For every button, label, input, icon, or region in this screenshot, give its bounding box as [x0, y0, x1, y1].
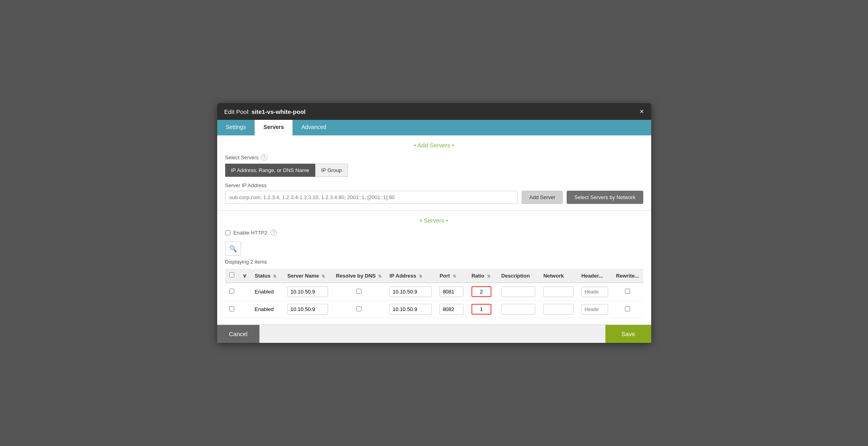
- ratio-input[interactable]: [471, 286, 491, 297]
- enable-http2-help-icon[interactable]: ?: [271, 229, 277, 236]
- th-expand: ∨: [239, 269, 251, 283]
- servers-section-title: • Servers •: [225, 217, 643, 224]
- row-description: [497, 301, 540, 318]
- th-rewrite: Rewrite...: [612, 269, 643, 283]
- row-network: [539, 283, 577, 301]
- cancel-button[interactable]: Cancel: [217, 325, 260, 343]
- enable-http2-row: Enable HTTP2 ?: [225, 229, 643, 236]
- row-checkbox-cell: [225, 301, 239, 318]
- row-network: [539, 301, 577, 318]
- row-status: Enabled: [251, 301, 283, 318]
- servers-table: ∨ Status ⇅ Server Name ⇅ Resol: [225, 269, 643, 318]
- servers-table-wrapper: ∨ Status ⇅ Server Name ⇅ Resol: [225, 269, 643, 318]
- select-servers-by-network-button[interactable]: Select Servers by Network: [567, 191, 643, 204]
- row-expand-cell: [239, 301, 251, 318]
- add-servers-section: • Add Servers • Select Servers ? IP Addr…: [217, 135, 651, 211]
- th-select-all: [225, 269, 239, 283]
- header-input[interactable]: [581, 287, 608, 297]
- row-resolve-dns: [332, 283, 385, 301]
- table-row: Enabled: [225, 301, 643, 318]
- enable-http2-label: Enable HTTP2: [234, 230, 267, 236]
- header-input[interactable]: [581, 304, 608, 315]
- sort-servname-icon: ⇅: [322, 274, 325, 278]
- resolve-dns-checkbox[interactable]: [356, 306, 361, 311]
- row-header: [577, 283, 612, 301]
- th-network: Network: [539, 269, 577, 283]
- row-expand-cell: [239, 283, 251, 301]
- th-port[interactable]: Port ⇅: [436, 269, 467, 283]
- server-name-input[interactable]: [287, 286, 328, 297]
- row-header: [577, 301, 612, 318]
- row-server-name: [283, 283, 332, 301]
- network-input[interactable]: [543, 304, 573, 315]
- save-button[interactable]: Save: [605, 325, 651, 343]
- description-input[interactable]: [501, 286, 536, 297]
- select-servers-help-icon[interactable]: ?: [261, 154, 267, 160]
- search-box[interactable]: 🔍: [225, 241, 241, 256]
- row-checkbox-cell: [225, 283, 239, 301]
- modal-footer: Cancel Save: [217, 325, 651, 343]
- row-server-name: [283, 301, 332, 318]
- th-status[interactable]: Status ⇅: [251, 269, 283, 283]
- row-description: [497, 283, 540, 301]
- close-button[interactable]: ×: [640, 108, 644, 115]
- enable-http2-checkbox[interactable]: [225, 230, 230, 235]
- th-description: Description: [497, 269, 540, 283]
- add-servers-title: • Add Servers •: [225, 142, 643, 149]
- row-select-checkbox[interactable]: [229, 306, 234, 311]
- sort-ratio-icon: ⇅: [487, 274, 490, 278]
- select-all-checkbox[interactable]: [229, 272, 234, 278]
- sort-rdns-icon: ⇅: [378, 274, 381, 278]
- tab-bar: Settings Servers Advanced: [217, 120, 651, 135]
- th-server-name[interactable]: Server Name ⇅: [283, 269, 332, 283]
- network-input[interactable]: [543, 286, 573, 297]
- ip-address-input[interactable]: [389, 304, 432, 315]
- search-icon: 🔍: [229, 245, 237, 252]
- modal-title: Edit Pool: site1-vs-white-pool: [224, 108, 306, 115]
- server-ip-label: Server IP Address: [225, 182, 643, 188]
- row-select-checkbox[interactable]: [229, 289, 234, 294]
- servers-section: • Servers • Enable HTTP2 ? 🔍 Displaying …: [217, 211, 651, 325]
- server-ip-input[interactable]: [225, 191, 518, 204]
- th-ip-address[interactable]: IP Address ⇅: [385, 269, 436, 283]
- tab-settings[interactable]: Settings: [217, 120, 255, 135]
- th-header: Header...: [577, 269, 612, 283]
- add-server-button[interactable]: Add Server: [522, 191, 563, 204]
- th-ratio[interactable]: Ratio ⇅: [467, 269, 497, 283]
- rewrite-checkbox[interactable]: [625, 306, 630, 311]
- row-ratio: [467, 301, 497, 318]
- port-input[interactable]: [440, 286, 463, 297]
- ratio-input[interactable]: [471, 304, 491, 315]
- displaying-label: Displaying 2 items: [225, 259, 643, 265]
- sort-port-icon: ⇅: [453, 274, 456, 278]
- edit-pool-modal: Edit Pool: site1-vs-white-pool × Setting…: [217, 103, 651, 343]
- tab-servers[interactable]: Servers: [255, 120, 293, 135]
- tab-advanced[interactable]: Advanced: [293, 120, 335, 135]
- btn-ip-group[interactable]: IP Group: [315, 164, 348, 177]
- server-select-type-group: IP Address, Range, or DNS Name IP Group: [225, 164, 643, 177]
- server-ip-input-row: Add Server Select Servers by Network: [225, 191, 643, 204]
- resolve-dns-checkbox[interactable]: [356, 289, 361, 294]
- row-ip-address: [385, 283, 436, 301]
- row-resolve-dns: [332, 301, 385, 318]
- sort-status-icon: ⇅: [273, 274, 276, 278]
- expand-icon: ∨: [243, 273, 247, 279]
- row-port: [436, 283, 467, 301]
- row-rewrite: [612, 283, 643, 301]
- select-servers-label: Select Servers ?: [225, 154, 643, 160]
- row-ip-address: [385, 301, 436, 318]
- row-ratio: [467, 283, 497, 301]
- modal-header: Edit Pool: site1-vs-white-pool ×: [217, 103, 651, 120]
- table-row: Enabled: [225, 283, 643, 301]
- btn-ip-address[interactable]: IP Address, Range, or DNS Name: [225, 164, 315, 177]
- row-port: [436, 301, 467, 318]
- th-resolve-dns[interactable]: Resolve by DNS ⇅: [332, 269, 385, 283]
- ip-address-input[interactable]: [389, 286, 432, 297]
- server-name-input[interactable]: [287, 304, 328, 315]
- sort-ip-icon: ⇅: [419, 274, 422, 278]
- rewrite-checkbox[interactable]: [625, 289, 630, 294]
- row-status: Enabled: [251, 283, 283, 301]
- port-input[interactable]: [440, 304, 463, 315]
- row-rewrite: [612, 301, 643, 318]
- description-input[interactable]: [501, 304, 536, 315]
